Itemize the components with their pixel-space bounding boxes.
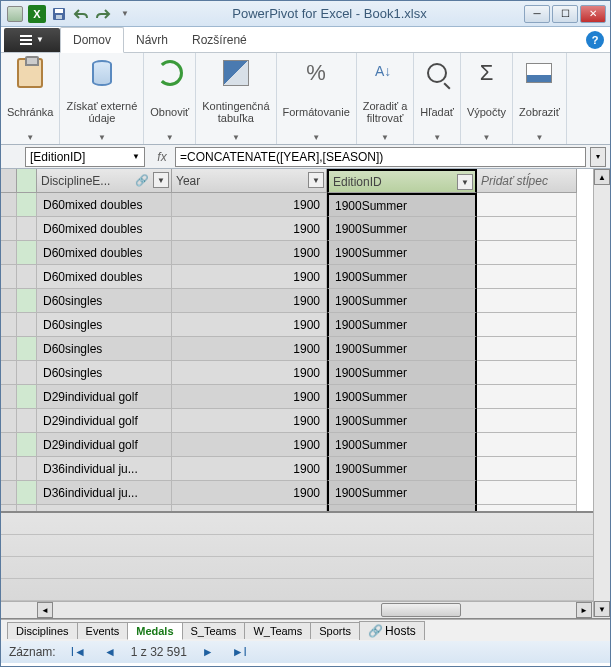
minimize-button[interactable]: ─ — [524, 5, 550, 23]
formula-dropdown[interactable]: ▾ — [590, 147, 606, 167]
calculation-area[interactable] — [1, 511, 610, 601]
nav-next-icon[interactable]: ► — [199, 645, 217, 659]
cell-discipline-event[interactable]: D36individual ju... — [37, 457, 172, 481]
sheet-tab-s-teams[interactable]: S_Teams — [182, 622, 246, 639]
nav-prev-icon[interactable]: ◄ — [101, 645, 119, 659]
scroll-up-icon[interactable]: ▲ — [594, 169, 610, 185]
scroll-down-icon[interactable]: ▼ — [594, 601, 610, 617]
cell-add[interactable] — [477, 361, 577, 385]
cell-edition-id[interactable]: 1900Summer — [327, 337, 477, 361]
cell-discipline-event[interactable]: D29individual golf — [37, 409, 172, 433]
cell-discipline-event[interactable]: D60mixed doubles — [37, 265, 172, 289]
table-row[interactable]: D60mixed doubles19001900Summer — [1, 193, 610, 217]
cell-edition-id[interactable]: 1900Summer — [327, 457, 477, 481]
column-header-edition-id[interactable]: EditionID ▼ — [327, 169, 477, 193]
formula-input[interactable]: =CONCATENATE([YEAR],[SEASON]) — [175, 147, 586, 167]
row-header[interactable] — [17, 193, 37, 217]
cell-discipline-event[interactable]: D36individual ju... — [37, 481, 172, 505]
table-row[interactable]: D29individual golf19001900Summer — [1, 433, 610, 457]
file-tab[interactable]: ▼ — [4, 28, 60, 52]
cell-edition-id[interactable]: 1900Summer — [327, 481, 477, 505]
ribbon-group-format[interactable]: % Formátovanie ▼ — [277, 53, 357, 144]
ribbon-group-clipboard[interactable]: Schránka ▼ — [1, 53, 60, 144]
table-row[interactable]: D60singles19001900Summer — [1, 313, 610, 337]
row-selector[interactable] — [1, 217, 17, 241]
cell-edition-id[interactable]: 1900Summer — [327, 313, 477, 337]
row-header[interactable] — [17, 457, 37, 481]
row-selector[interactable] — [1, 481, 17, 505]
ribbon-group-pivot[interactable]: Kontingenčná tabuľka ▼ — [196, 53, 276, 144]
nav-last-icon[interactable]: ►I — [229, 645, 250, 659]
app-icon[interactable] — [5, 4, 25, 24]
row-selector[interactable] — [1, 433, 17, 457]
relationship-icon[interactable]: 🔗 — [135, 174, 149, 187]
table-row[interactable]: D36individual ju...19001900Summer — [1, 481, 610, 505]
table-row[interactable]: D36individual ju...19001900Summer — [1, 457, 610, 481]
cell-discipline-event[interactable]: D60singles — [37, 361, 172, 385]
tab-advanced[interactable]: Rozšírené — [180, 27, 259, 53]
cell-add[interactable] — [477, 433, 577, 457]
cell-year[interactable]: 1900 — [172, 265, 327, 289]
filter-dropdown-icon[interactable]: ▼ — [308, 172, 324, 188]
cell-add[interactable] — [477, 265, 577, 289]
cell-discipline-event[interactable]: D29individual golf — [37, 385, 172, 409]
cell-add[interactable] — [477, 337, 577, 361]
cell-year[interactable]: 1900 — [172, 313, 327, 337]
cell-edition-id[interactable]: 1900Summer — [327, 265, 477, 289]
save-icon[interactable] — [49, 4, 69, 24]
cell-year[interactable]: 1900 — [172, 457, 327, 481]
cell-discipline-event[interactable]: D29individual golf — [37, 433, 172, 457]
row-selector[interactable] — [1, 361, 17, 385]
cell-edition-id[interactable]: 1900Summer — [327, 241, 477, 265]
cell-add[interactable] — [477, 385, 577, 409]
sheet-tab-sports[interactable]: Sports — [310, 622, 360, 639]
cell-discipline-event[interactable]: D60mixed doubles — [37, 193, 172, 217]
select-all-corner[interactable] — [1, 169, 17, 193]
row-header[interactable] — [17, 217, 37, 241]
ribbon-group-get-data[interactable]: Získať externé údaje ▼ — [60, 53, 144, 144]
cell-add[interactable] — [477, 313, 577, 337]
cell-add[interactable] — [477, 481, 577, 505]
row-header[interactable] — [17, 409, 37, 433]
cell-edition-id[interactable]: 1900Summer — [327, 193, 477, 217]
ribbon-group-sort[interactable]: Zoradiť a filtrovať ▼ — [357, 53, 414, 144]
excel-icon[interactable]: X — [27, 4, 47, 24]
table-row[interactable]: D60singles19001900Summer — [1, 289, 610, 313]
row-selector[interactable] — [1, 289, 17, 313]
table-row[interactable]: D60mixed doubles19001900Summer — [1, 265, 610, 289]
redo-icon[interactable] — [93, 4, 113, 24]
column-header-discipline-event[interactable]: DisciplineE... 🔗 ▼ — [37, 169, 172, 193]
name-box[interactable]: [EditionID] ▼ — [25, 147, 145, 167]
row-selector[interactable] — [1, 241, 17, 265]
cell-add[interactable] — [477, 241, 577, 265]
help-button[interactable]: ? — [586, 31, 604, 49]
cell-add[interactable] — [477, 457, 577, 481]
table-row[interactable]: D60singles19001900Summer — [1, 361, 610, 385]
cell-edition-id[interactable]: 1900Summer — [327, 217, 477, 241]
scroll-left-icon[interactable]: ◄ — [37, 602, 53, 618]
cell-year[interactable]: 1900 — [172, 193, 327, 217]
row-header[interactable] — [17, 313, 37, 337]
table-row[interactable]: D60mixed doubles19001900Summer — [1, 241, 610, 265]
ribbon-group-calc[interactable]: Σ Výpočty ▼ — [461, 53, 513, 144]
fx-icon[interactable]: fx — [149, 150, 175, 164]
cell-add[interactable] — [477, 217, 577, 241]
maximize-button[interactable]: ☐ — [552, 5, 578, 23]
sheet-tab-hosts[interactable]: 🔗Hosts — [359, 621, 425, 640]
row-header[interactable] — [17, 265, 37, 289]
row-header[interactable] — [17, 481, 37, 505]
row-header[interactable] — [17, 337, 37, 361]
cell-year[interactable]: 1900 — [172, 217, 327, 241]
chevron-down-icon[interactable]: ▼ — [132, 152, 140, 161]
row-selector[interactable] — [1, 457, 17, 481]
row-selector[interactable] — [1, 265, 17, 289]
vertical-scrollbar[interactable]: ▲ ▼ — [593, 169, 610, 617]
row-selector[interactable] — [1, 193, 17, 217]
column-header-add[interactable]: Pridať stĺpec — [477, 169, 577, 193]
filter-dropdown-icon[interactable]: ▼ — [457, 174, 473, 190]
table-row[interactable]: D29individual golf19001900Summer — [1, 409, 610, 433]
ribbon-group-view[interactable]: Zobraziť ▼ — [513, 53, 567, 144]
horizontal-scrollbar[interactable]: ◄ ► — [1, 601, 610, 618]
nav-first-icon[interactable]: I◄ — [68, 645, 89, 659]
scroll-thumb[interactable] — [381, 603, 461, 617]
